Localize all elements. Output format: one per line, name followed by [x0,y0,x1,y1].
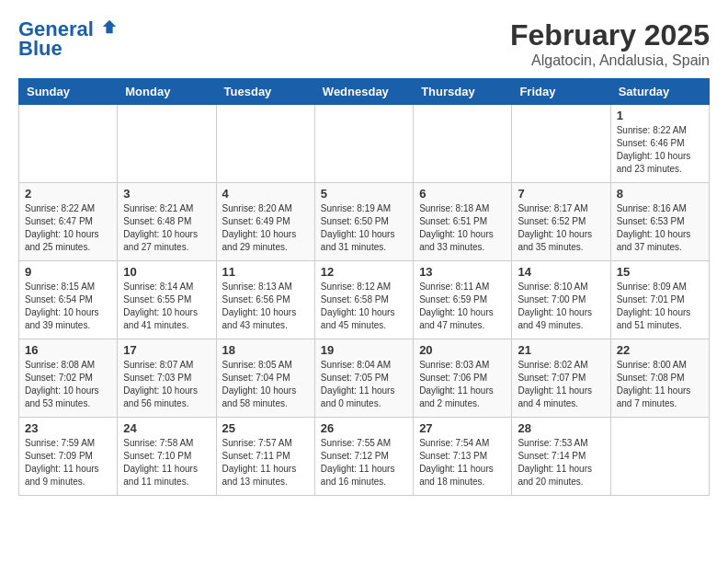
day-info: Sunrise: 8:11 AM Sunset: 6:59 PM Dayligh… [419,281,506,332]
day-number: 4 [222,187,309,201]
day-number: 10 [123,265,210,279]
calendar-week-row: 16Sunrise: 8:08 AM Sunset: 7:02 PM Dayli… [19,339,710,418]
day-info: Sunrise: 8:04 AM Sunset: 7:05 PM Dayligh… [321,359,407,410]
day-info: Sunrise: 7:54 AM Sunset: 7:13 PM Dayligh… [419,437,506,488]
day-number: 3 [123,187,210,201]
logo: General Blue [18,18,118,61]
day-info: Sunrise: 8:20 AM Sunset: 6:49 PM Dayligh… [222,202,309,254]
calendar-week-row: 23Sunrise: 7:59 AM Sunset: 7:09 PM Dayli… [19,418,710,496]
calendar-cell: 23Sunrise: 7:59 AM Sunset: 7:09 PM Dayli… [19,418,118,496]
col-header-monday: Monday [118,79,216,105]
day-info: Sunrise: 8:21 AM Sunset: 6:48 PM Dayligh… [123,202,210,254]
calendar-table: SundayMondayTuesdayWednesdayThursdayFrid… [18,78,710,496]
calendar-cell [314,105,413,183]
page-header: General Blue February 2025 Algatocin, An… [18,18,710,69]
day-number: 17 [123,343,210,357]
calendar-cell [118,105,216,183]
calendar-cell: 17Sunrise: 8:07 AM Sunset: 7:03 PM Dayli… [118,339,216,418]
col-header-friday: Friday [512,79,610,105]
day-number: 6 [419,187,506,201]
col-header-thursday: Thursday [414,79,512,105]
day-info: Sunrise: 8:09 AM Sunset: 7:01 PM Dayligh… [617,281,703,332]
calendar-cell: 8Sunrise: 8:16 AM Sunset: 6:53 PM Daylig… [610,183,709,261]
day-number: 25 [222,421,309,435]
day-number: 21 [518,343,604,357]
day-number: 5 [321,187,407,201]
calendar-subtitle: Algatocin, Andalusia, Spain [510,52,710,69]
day-info: Sunrise: 8:07 AM Sunset: 7:03 PM Dayligh… [123,359,210,410]
col-header-saturday: Saturday [610,79,709,105]
calendar-cell: 16Sunrise: 8:08 AM Sunset: 7:02 PM Dayli… [19,339,118,418]
day-info: Sunrise: 8:00 AM Sunset: 7:08 PM Dayligh… [617,359,703,410]
day-number: 18 [222,343,309,357]
day-info: Sunrise: 8:18 AM Sunset: 6:51 PM Dayligh… [419,202,506,254]
calendar-header-row: SundayMondayTuesdayWednesdayThursdayFrid… [19,79,710,105]
day-number: 22 [617,343,703,357]
day-info: Sunrise: 8:03 AM Sunset: 7:06 PM Dayligh… [419,359,506,410]
col-header-wednesday: Wednesday [314,79,413,105]
calendar-cell: 4Sunrise: 8:20 AM Sunset: 6:49 PM Daylig… [216,183,314,261]
calendar-cell: 28Sunrise: 7:53 AM Sunset: 7:14 PM Dayli… [512,418,610,496]
day-info: Sunrise: 8:22 AM Sunset: 6:47 PM Dayligh… [25,202,111,254]
day-info: Sunrise: 7:57 AM Sunset: 7:11 PM Dayligh… [222,437,309,488]
calendar-cell: 3Sunrise: 8:21 AM Sunset: 6:48 PM Daylig… [118,183,216,261]
calendar-cell: 15Sunrise: 8:09 AM Sunset: 7:01 PM Dayli… [610,261,709,339]
day-info: Sunrise: 8:17 AM Sunset: 6:52 PM Dayligh… [518,202,604,254]
day-number: 20 [419,343,506,357]
calendar-cell: 22Sunrise: 8:00 AM Sunset: 7:08 PM Dayli… [610,339,709,418]
calendar-week-row: 1Sunrise: 8:22 AM Sunset: 6:46 PM Daylig… [19,105,710,183]
calendar-cell: 10Sunrise: 8:14 AM Sunset: 6:55 PM Dayli… [118,261,216,339]
day-number: 28 [518,421,604,435]
calendar-cell: 26Sunrise: 7:55 AM Sunset: 7:12 PM Dayli… [314,418,413,496]
calendar-cell: 11Sunrise: 8:13 AM Sunset: 6:56 PM Dayli… [216,261,314,339]
day-info: Sunrise: 7:58 AM Sunset: 7:10 PM Dayligh… [123,437,210,488]
calendar-cell: 7Sunrise: 8:17 AM Sunset: 6:52 PM Daylig… [512,183,610,261]
calendar-cell [512,105,610,183]
calendar-cell: 9Sunrise: 8:15 AM Sunset: 6:54 PM Daylig… [19,261,118,339]
calendar-cell: 20Sunrise: 8:03 AM Sunset: 7:06 PM Dayli… [414,339,512,418]
day-number: 24 [123,421,210,435]
calendar-week-row: 9Sunrise: 8:15 AM Sunset: 6:54 PM Daylig… [19,261,710,339]
day-number: 7 [518,187,604,201]
col-header-sunday: Sunday [19,79,118,105]
calendar-cell: 24Sunrise: 7:58 AM Sunset: 7:10 PM Dayli… [118,418,216,496]
logo-icon [101,18,118,35]
day-number: 23 [25,421,111,435]
calendar-cell: 18Sunrise: 8:05 AM Sunset: 7:04 PM Dayli… [216,339,314,418]
day-number: 27 [419,421,506,435]
day-number: 9 [25,265,111,279]
day-info: Sunrise: 8:15 AM Sunset: 6:54 PM Dayligh… [25,281,111,332]
calendar-cell: 6Sunrise: 8:18 AM Sunset: 6:51 PM Daylig… [414,183,512,261]
day-info: Sunrise: 8:12 AM Sunset: 6:58 PM Dayligh… [321,281,407,332]
calendar-cell: 19Sunrise: 8:04 AM Sunset: 7:05 PM Dayli… [314,339,413,418]
day-number: 13 [419,265,506,279]
day-info: Sunrise: 8:05 AM Sunset: 7:04 PM Dayligh… [222,359,309,410]
day-info: Sunrise: 8:16 AM Sunset: 6:53 PM Dayligh… [617,202,703,254]
col-header-tuesday: Tuesday [216,79,314,105]
day-number: 2 [25,187,111,201]
calendar-cell [19,105,118,183]
day-number: 12 [321,265,407,279]
day-number: 26 [321,421,407,435]
day-info: Sunrise: 8:19 AM Sunset: 6:50 PM Dayligh… [321,202,407,254]
day-number: 8 [617,187,703,201]
day-number: 19 [321,343,407,357]
calendar-cell: 1Sunrise: 8:22 AM Sunset: 6:46 PM Daylig… [610,105,709,183]
calendar-cell: 25Sunrise: 7:57 AM Sunset: 7:11 PM Dayli… [216,418,314,496]
calendar-title: February 2025 [510,18,710,52]
calendar-cell: 12Sunrise: 8:12 AM Sunset: 6:58 PM Dayli… [314,261,413,339]
day-info: Sunrise: 8:08 AM Sunset: 7:02 PM Dayligh… [25,359,111,410]
day-number: 11 [222,265,309,279]
calendar-cell [216,105,314,183]
day-number: 16 [25,343,111,357]
calendar-cell: 13Sunrise: 8:11 AM Sunset: 6:59 PM Dayli… [414,261,512,339]
day-info: Sunrise: 7:55 AM Sunset: 7:12 PM Dayligh… [321,437,407,488]
day-info: Sunrise: 8:22 AM Sunset: 6:46 PM Dayligh… [617,124,703,176]
day-info: Sunrise: 8:13 AM Sunset: 6:56 PM Dayligh… [222,281,309,332]
calendar-cell: 14Sunrise: 8:10 AM Sunset: 7:00 PM Dayli… [512,261,610,339]
day-info: Sunrise: 8:10 AM Sunset: 7:00 PM Dayligh… [518,281,604,332]
day-info: Sunrise: 7:59 AM Sunset: 7:09 PM Dayligh… [25,437,111,488]
calendar-cell: 27Sunrise: 7:54 AM Sunset: 7:13 PM Dayli… [414,418,512,496]
day-number: 1 [617,109,703,122]
day-info: Sunrise: 8:14 AM Sunset: 6:55 PM Dayligh… [123,281,210,332]
